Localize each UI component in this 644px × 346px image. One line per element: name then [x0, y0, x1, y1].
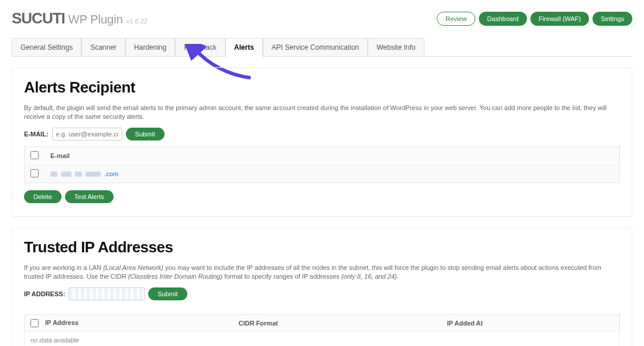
tab-hardening[interactable]: Hardening	[125, 38, 175, 57]
ip-col-added: IP Added At	[441, 314, 619, 331]
trusted-ip-description: If you are working in a LAN (Local Area …	[24, 263, 620, 282]
brand-block: SUCUTI WP Plugin v1.8.22	[12, 9, 148, 28]
ip-select-all-checkbox[interactable]	[30, 319, 39, 327]
email-submit-button[interactable]: Submit	[126, 128, 165, 141]
trusted-ip-title: Trusted IP Addresses	[24, 238, 620, 256]
email-label: E-MAIL:	[24, 131, 49, 138]
email-row: .com	[25, 165, 620, 183]
plugin-label: WP Plugin	[68, 13, 123, 26]
logo-text: SUCUTI	[12, 9, 65, 28]
tab-website-info[interactable]: Website Info	[368, 38, 424, 57]
alerts-recipient-panel: Alerts Recipient By default, the plugin …	[12, 67, 632, 217]
trusted-ip-panel: Trusted IP Addresses If you are working …	[12, 227, 632, 346]
alerts-recipient-description: By default, the plugin will send the ema…	[24, 104, 620, 122]
email-input-row: E-MAIL: Submit	[24, 128, 620, 141]
ip-col-address: IP Address	[45, 319, 78, 326]
ip-submit-button[interactable]: Submit	[148, 287, 187, 300]
alerts-recipient-title: Alerts Recipient	[24, 78, 620, 97]
redacted-segment	[61, 172, 71, 177]
delete-recipient-button[interactable]: Delete	[24, 190, 61, 203]
ip-col-cidr: CIDR Format	[232, 314, 441, 331]
tab-post-hack[interactable]: Post-Hack	[175, 38, 225, 57]
tab-api-service-communication[interactable]: API Service Communication	[263, 38, 368, 57]
email-row-suffix: .com	[104, 170, 118, 177]
tab-alerts[interactable]: Alerts	[225, 38, 263, 57]
firewall-button[interactable]: Firewall (WAF)	[530, 12, 589, 26]
email-row-checkbox[interactable]	[30, 169, 39, 177]
header-button-group: Review Dashboard Firewall (WAF) Settings	[437, 12, 632, 26]
ip-input[interactable]	[68, 287, 145, 300]
redacted-segment	[75, 172, 82, 177]
redacted-segment	[50, 172, 57, 177]
tab-scanner[interactable]: Scanner	[81, 38, 125, 57]
dashboard-button[interactable]: Dashboard	[479, 12, 527, 26]
tab-general-settings[interactable]: General Settings	[12, 38, 81, 57]
ip-input-row: IP ADDRESS: Submit	[24, 287, 620, 300]
review-button[interactable]: Review	[437, 12, 475, 26]
trusted-ip-nodata: no data available	[24, 332, 620, 346]
email-col-header: E-mail	[44, 146, 620, 165]
ip-label: IP ADDRESS:	[24, 290, 65, 297]
settings-button[interactable]: Settings	[592, 12, 632, 26]
trusted-ip-table: IP Address CIDR Format IP Added At	[24, 314, 620, 332]
email-recipients-table: E-mail .com	[24, 146, 620, 183]
alerts-recipient-button-row: Delete Test Alerts	[24, 190, 620, 203]
email-input[interactable]	[52, 128, 122, 141]
test-alerts-button[interactable]: Test Alerts	[65, 190, 114, 203]
redacted-segment	[85, 172, 101, 177]
page-header: SUCUTI WP Plugin v1.8.22 Review Dashboar…	[12, 9, 632, 28]
plugin-version: v1.8.22	[126, 18, 148, 25]
email-select-all-checkbox[interactable]	[30, 151, 39, 159]
tab-bar: General Settings Scanner Hardening Post-…	[12, 38, 632, 57]
